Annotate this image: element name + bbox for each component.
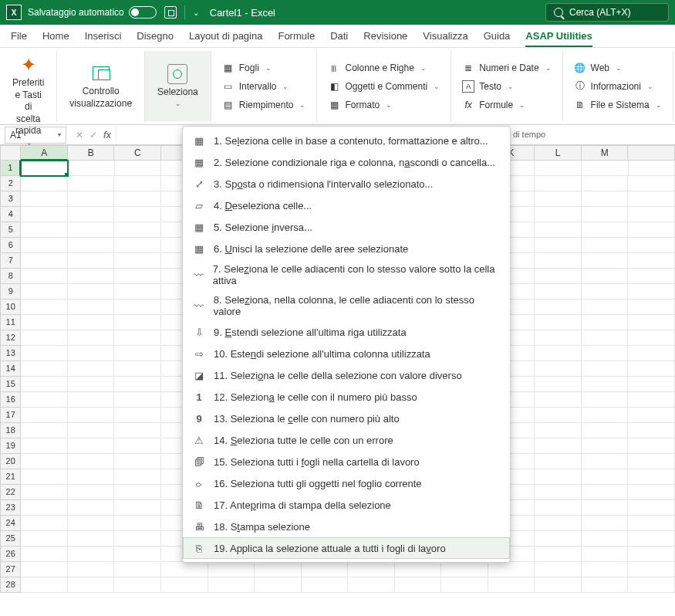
tab-layout[interactable]: Layout di pagina	[189, 30, 262, 42]
cell[interactable]	[68, 392, 115, 408]
cell[interactable]	[114, 454, 161, 469]
cell[interactable]	[68, 377, 115, 392]
cell[interactable]	[488, 562, 535, 577]
formule-button[interactable]: fxFormule⌄	[459, 97, 554, 113]
controllo-visualizzazione-button[interactable]: Controllo visualizzazione	[65, 59, 137, 113]
testo-button[interactable]: ATesto⌄	[459, 79, 554, 94]
cell[interactable]	[68, 516, 115, 531]
menu-item-3[interactable]: ⤢3. Sposta o ridimensiona l'intervallo s…	[183, 173, 510, 195]
cell[interactable]	[114, 300, 161, 315]
cell[interactable]	[628, 315, 675, 330]
cell[interactable]	[628, 392, 675, 408]
tab-home[interactable]: Home	[42, 30, 69, 42]
cell[interactable]	[582, 408, 629, 423]
cell[interactable]	[21, 300, 68, 315]
cell[interactable]	[21, 531, 68, 547]
cell[interactable]	[21, 577, 68, 593]
cell[interactable]	[535, 562, 582, 577]
cell[interactable]	[68, 454, 115, 469]
cell[interactable]	[582, 161, 629, 176]
cell[interactable]	[21, 377, 68, 392]
cell[interactable]	[68, 500, 115, 516]
menu-item-10[interactable]: ⇨10. Estendi selezione all'ultima colonn…	[183, 343, 510, 364]
cell[interactable]	[628, 454, 675, 469]
cell[interactable]	[535, 454, 582, 469]
cell[interactable]	[535, 392, 582, 408]
cell[interactable]	[208, 562, 255, 577]
cell[interactable]	[535, 207, 582, 222]
cell[interactable]	[582, 330, 629, 346]
cell[interactable]	[582, 207, 629, 222]
menu-item-1[interactable]: ▦1. Seleziona celle in base a contenuto,…	[183, 130, 510, 151]
cell[interactable]	[114, 485, 161, 500]
cell[interactable]	[114, 207, 161, 222]
cell[interactable]	[68, 485, 115, 500]
cell[interactable]	[582, 485, 629, 500]
cell[interactable]	[68, 284, 115, 300]
cell[interactable]	[441, 562, 488, 577]
row-header[interactable]: 7	[0, 253, 21, 269]
cell[interactable]	[628, 377, 675, 392]
cell[interactable]	[21, 346, 68, 361]
cell[interactable]	[68, 207, 115, 222]
cell[interactable]	[21, 191, 68, 207]
cell[interactable]	[628, 207, 675, 222]
row-header[interactable]: 3	[0, 191, 21, 207]
cell[interactable]	[535, 485, 582, 500]
cell[interactable]	[68, 408, 115, 423]
cell[interactable]	[582, 176, 629, 191]
cell[interactable]	[255, 577, 302, 593]
row-header[interactable]: 12	[0, 330, 21, 346]
menu-item-6[interactable]: ▦6. Unisci la selezione delle aree selez…	[183, 238, 510, 259]
cell[interactable]	[535, 315, 582, 330]
cell[interactable]	[114, 222, 161, 238]
menu-item-8[interactable]: 〰8. Seleziona, nella colonna, le celle a…	[183, 290, 510, 321]
menu-item-18[interactable]: 🖶18. Stampa selezione	[183, 516, 510, 537]
cell[interactable]	[628, 516, 675, 531]
tab-inserisci[interactable]: Inserisci	[85, 30, 122, 42]
row-header[interactable]: 11	[0, 315, 21, 330]
tab-dati[interactable]: Dati	[330, 30, 348, 42]
cell[interactable]	[21, 392, 68, 408]
cell[interactable]	[21, 315, 68, 330]
formato-button[interactable]: ▦Formato⌄	[325, 97, 443, 113]
column-header[interactable]: L	[535, 145, 582, 161]
cell[interactable]	[582, 315, 629, 330]
cell[interactable]	[395, 562, 442, 577]
tab-file[interactable]: File	[11, 30, 27, 42]
cell[interactable]	[628, 253, 675, 269]
cell[interactable]	[535, 516, 582, 531]
row-header[interactable]: 22	[0, 485, 21, 500]
menu-item-13[interactable]: 913. Seleziona le celle con numero più a…	[183, 408, 510, 429]
cell[interactable]	[535, 361, 582, 377]
cell[interactable]	[628, 300, 675, 315]
cell[interactable]	[395, 577, 442, 593]
cell[interactable]	[628, 438, 675, 454]
colonne-righe-button[interactable]: ⫼Colonne e Righe⌄	[325, 60, 443, 76]
select-all-corner[interactable]	[0, 145, 21, 161]
cell[interactable]	[535, 284, 582, 300]
cell[interactable]	[68, 191, 115, 207]
row-header[interactable]: 25	[0, 531, 21, 547]
cell[interactable]	[114, 238, 161, 253]
row-header[interactable]: 4	[0, 207, 21, 222]
cell[interactable]	[68, 222, 115, 238]
cell[interactable]	[628, 485, 675, 500]
row-header[interactable]: 26	[0, 547, 21, 562]
cell[interactable]	[535, 547, 582, 562]
cell[interactable]	[114, 500, 161, 516]
cell[interactable]	[114, 392, 161, 408]
menu-item-16[interactable]: ⪧16. Seleziona tutti gli oggetti nel fog…	[183, 472, 510, 494]
cell[interactable]	[21, 269, 68, 284]
menu-item-5[interactable]: ▦5. Selezione inversa...	[183, 216, 510, 238]
menu-item-4[interactable]: ▱4. Deseleziona celle...	[183, 195, 510, 216]
qat-customize-chevron-icon[interactable]: ⌄	[193, 8, 199, 17]
cell[interactable]	[628, 500, 675, 516]
cell[interactable]	[629, 161, 675, 176]
menu-item-19[interactable]: ⎘19. Applica la selezione attuale a tutt…	[183, 537, 510, 559]
cell[interactable]	[114, 562, 161, 577]
cell[interactable]	[535, 330, 582, 346]
cell[interactable]	[628, 284, 675, 300]
cell[interactable]	[208, 577, 255, 593]
cell[interactable]	[535, 191, 582, 207]
